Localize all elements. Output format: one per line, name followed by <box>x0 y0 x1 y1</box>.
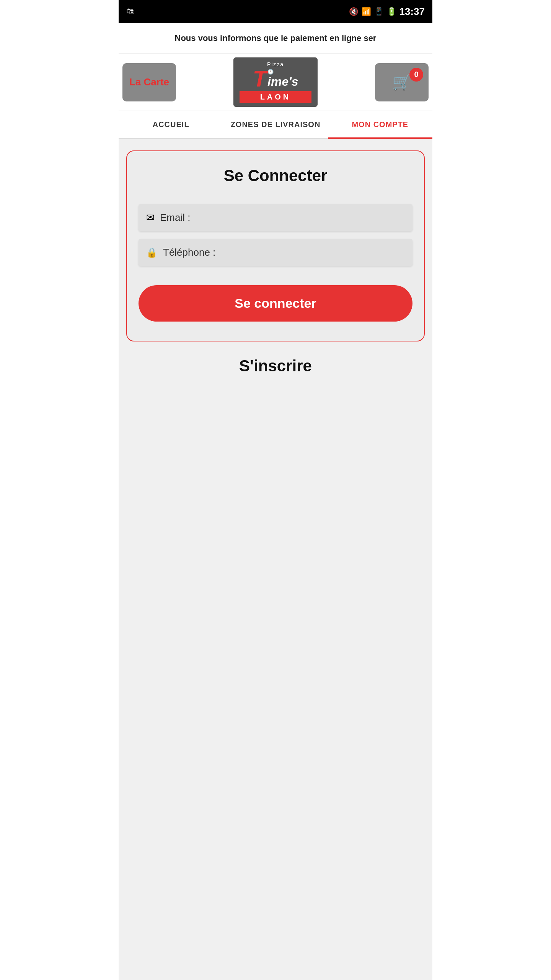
cart-badge: 0 <box>409 68 423 82</box>
banner-text: Nous vous informons que le paiement en l… <box>175 33 377 43</box>
status-bar-left: 🛍 <box>126 7 135 16</box>
notification-banner: Nous vous informons que le paiement en l… <box>119 23 432 54</box>
logo-letter-T: T <box>253 67 267 90</box>
status-bar-right: 🔇 📶 📱 🔋 13:37 <box>349 6 425 18</box>
phone-label: Téléphone : <box>163 247 215 258</box>
logo-laon: LAON <box>240 91 311 103</box>
logo-container: Pizza T 🕐 ime's LAON <box>233 57 318 107</box>
nav-tabs: ACCUEIL ZONES DE LIVRAISON MON COMPTE <box>119 111 432 139</box>
phone-input-group: Téléphone : <box>139 239 412 266</box>
bag-icon: 🛍 <box>126 7 135 16</box>
main-content: Se Connecter Email : Téléphone : Se conn… <box>119 139 432 980</box>
email-label: Email : <box>160 212 190 224</box>
login-card: Se Connecter Email : Téléphone : Se conn… <box>126 150 425 341</box>
logo-box: Pizza T 🕐 ime's LAON <box>233 57 318 107</box>
lock-icon <box>146 247 158 258</box>
logo-top-text: Pizza <box>267 61 284 67</box>
status-bar: 🛍 🔇 📶 📱 🔋 13:37 <box>119 0 432 23</box>
login-title: Se Connecter <box>139 167 412 185</box>
tab-accueil[interactable]: ACCUEIL <box>119 111 223 138</box>
tab-mon-compte[interactable]: MON COMPTE <box>328 111 432 138</box>
cart-button[interactable]: 🛒 0 <box>375 63 429 101</box>
logo-main: T 🕐 ime's <box>253 67 298 90</box>
email-input-group: Email : <box>139 204 412 231</box>
login-button[interactable]: Se connecter <box>139 285 412 322</box>
email-field[interactable] <box>196 212 405 224</box>
signal-icon: 📱 <box>374 7 384 16</box>
wifi-icon: 📶 <box>362 7 371 16</box>
battery-icon: 🔋 <box>387 7 396 16</box>
tab-zones-livraison[interactable]: ZONES DE LIVRAISON <box>223 111 328 138</box>
mute-icon: 🔇 <box>349 7 359 16</box>
status-time: 13:37 <box>399 6 425 18</box>
header: La Carte Pizza T 🕐 ime's LAON 🛒 0 <box>119 54 432 111</box>
cart-icon: 🛒 <box>392 73 411 91</box>
la-carte-button[interactable]: La Carte <box>122 63 176 101</box>
phone-field[interactable] <box>221 247 405 258</box>
email-icon <box>146 212 155 224</box>
register-title: S'inscrire <box>126 345 425 379</box>
